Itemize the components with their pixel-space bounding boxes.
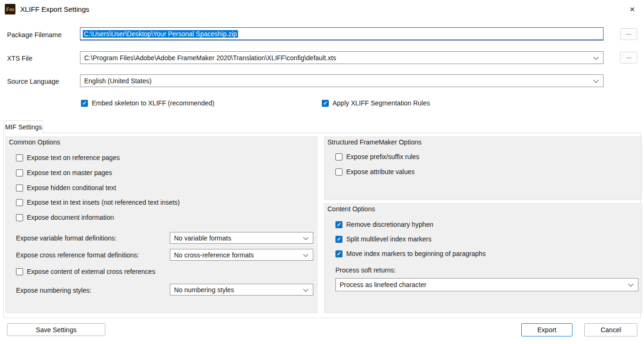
checkbox-label: Expose prefix/suffix rules bbox=[346, 153, 419, 160]
group-title: Structured FrameMaker Options bbox=[327, 138, 421, 146]
expose-document-information-checkbox[interactable]: Expose document information bbox=[16, 214, 114, 221]
expose-prefix-suffix-rules-checkbox[interactable]: Expose prefix/suffix rules bbox=[335, 153, 419, 160]
checkbox-checked-icon bbox=[335, 221, 342, 228]
expose-external-cross-references-checkbox[interactable]: Expose content of external cross referen… bbox=[16, 268, 155, 275]
checkbox-unchecked-icon bbox=[16, 169, 23, 176]
checkbox-unchecked-icon bbox=[16, 154, 23, 161]
expose-hidden-conditional-text-checkbox[interactable]: Expose hidden conditional text bbox=[16, 184, 116, 192]
checkbox-label: Expose hidden conditional text bbox=[27, 184, 116, 192]
structured-framemaker-options-group: Structured FrameMaker Options Expose pre… bbox=[324, 136, 642, 200]
source-language-select[interactable]: English (United States) bbox=[80, 74, 604, 87]
checkbox-label: Expose content of external cross referen… bbox=[27, 268, 155, 275]
numbering-styles-label: Expose numbering styles: bbox=[16, 287, 91, 294]
content-options-group: Content Options Remove discretionary hyp… bbox=[324, 203, 642, 313]
checkbox-checked-icon bbox=[322, 100, 329, 107]
cross-reference-formats-value: No cross-reference formats bbox=[174, 251, 254, 259]
titlebar: Fm XLIFF Export Settings × bbox=[0, 0, 644, 19]
checkbox-unchecked-icon bbox=[335, 168, 342, 176]
package-filename-label: Package Filename bbox=[7, 31, 62, 39]
process-soft-returns-value: Process as linefeed character bbox=[340, 281, 426, 288]
chevron-down-icon bbox=[593, 54, 598, 59]
expose-text-insets-checkbox[interactable]: Expose text in text insets (not referenc… bbox=[16, 199, 180, 206]
group-title: Common Options bbox=[9, 138, 60, 146]
checkbox-label: Apply XLIFF Segmentation Rules bbox=[333, 99, 430, 107]
chevron-down-icon bbox=[303, 234, 308, 240]
xts-file-value: C:\Program Files\Adobe\Adobe FrameMaker … bbox=[84, 54, 336, 62]
framemaker-app-icon: Fm bbox=[5, 4, 16, 15]
xts-file-browse-button[interactable]: ... bbox=[620, 52, 637, 64]
variable-formats-select[interactable]: No variable formats bbox=[170, 232, 313, 244]
chevron-down-icon bbox=[303, 286, 308, 291]
checkbox-label: Expose text in text insets (not referenc… bbox=[27, 199, 180, 206]
expose-text-reference-pages-checkbox[interactable]: Expose text on reference pages bbox=[16, 154, 120, 161]
window-title: XLIFF Export Settings bbox=[20, 5, 89, 13]
cross-reference-formats-select[interactable]: No cross-reference formats bbox=[170, 249, 313, 261]
checkbox-label: Embed skeleton to XLIFF (recommended) bbox=[92, 99, 215, 107]
checkbox-unchecked-icon bbox=[16, 184, 23, 192]
export-button[interactable]: Export bbox=[521, 323, 572, 336]
package-filename-input[interactable]: C:\Users\User\Desktop\Your Personal Spac… bbox=[80, 27, 604, 40]
package-filename-value: C:\Users\User\Desktop\Your Personal Spac… bbox=[83, 30, 238, 38]
checkbox-unchecked-icon bbox=[16, 199, 23, 206]
xliff-export-settings-dialog: Fm XLIFF Export Settings × Package Filen… bbox=[0, 0, 644, 344]
checkbox-label: Move index markers to beginning of parag… bbox=[346, 250, 486, 257]
xts-file-select[interactable]: C:\Program Files\Adobe\Adobe FrameMaker … bbox=[80, 51, 604, 64]
checkbox-checked-icon bbox=[335, 236, 342, 243]
checkbox-checked-icon bbox=[335, 250, 342, 257]
common-options-group: Common Options Expose text on reference … bbox=[6, 136, 318, 313]
checkbox-label: Expose attribute values bbox=[346, 168, 415, 176]
numbering-styles-value: No numbering styles bbox=[174, 286, 234, 294]
package-filename-browse-button[interactable]: ... bbox=[620, 28, 637, 40]
checkbox-checked-icon bbox=[81, 100, 88, 107]
variable-formats-label: Expose variable format definitions: bbox=[16, 234, 117, 242]
expose-text-master-pages-checkbox[interactable]: Expose text on master pages bbox=[16, 169, 112, 176]
close-icon[interactable]: × bbox=[626, 3, 638, 16]
checkbox-unchecked-icon bbox=[16, 214, 23, 221]
checkbox-unchecked-icon bbox=[16, 268, 23, 275]
source-language-value: English (United States) bbox=[84, 77, 151, 85]
tab-label: MIF Settings bbox=[5, 123, 42, 131]
move-index-markers-checkbox[interactable]: Move index markers to beginning of parag… bbox=[335, 250, 486, 257]
xts-file-label: XTS File bbox=[7, 55, 32, 62]
checkbox-label: Expose text on reference pages bbox=[27, 154, 120, 161]
checkbox-label: Expose document information bbox=[27, 214, 114, 221]
remove-discretionary-hyphen-checkbox[interactable]: Remove discretionary hyphen bbox=[335, 221, 433, 228]
group-title: Content Options bbox=[327, 205, 375, 213]
variable-formats-value: No variable formats bbox=[174, 234, 231, 242]
embed-skeleton-checkbox[interactable]: Embed skeleton to XLIFF (recommended) bbox=[81, 99, 215, 107]
expose-attribute-values-checkbox[interactable]: Expose attribute values bbox=[335, 168, 415, 176]
cancel-button[interactable]: Cancel bbox=[584, 323, 637, 336]
checkbox-unchecked-icon bbox=[335, 153, 342, 160]
chevron-down-icon bbox=[628, 281, 633, 287]
chevron-down-icon bbox=[593, 77, 598, 82]
checkbox-label: Remove discretionary hyphen bbox=[346, 221, 433, 228]
tab-mif-settings[interactable]: MIF Settings bbox=[4, 120, 43, 133]
process-soft-returns-label: Process soft returns: bbox=[335, 266, 396, 274]
apply-xliff-segmentation-checkbox[interactable]: Apply XLIFF Segmentation Rules bbox=[322, 99, 430, 107]
cross-reference-formats-label: Expose cross reference format definition… bbox=[16, 251, 139, 259]
source-language-label: Source Language bbox=[7, 78, 59, 85]
process-soft-returns-select[interactable]: Process as linefeed character bbox=[335, 278, 638, 291]
checkbox-label: Expose text on master pages bbox=[27, 169, 112, 176]
split-multilevel-index-markers-checkbox[interactable]: Split multilevel index markers bbox=[335, 235, 431, 243]
checkbox-label: Split multilevel index markers bbox=[346, 235, 431, 243]
save-settings-button[interactable]: Save Settings bbox=[7, 323, 105, 336]
numbering-styles-select[interactable]: No numbering styles bbox=[170, 284, 313, 296]
chevron-down-icon bbox=[303, 251, 308, 256]
